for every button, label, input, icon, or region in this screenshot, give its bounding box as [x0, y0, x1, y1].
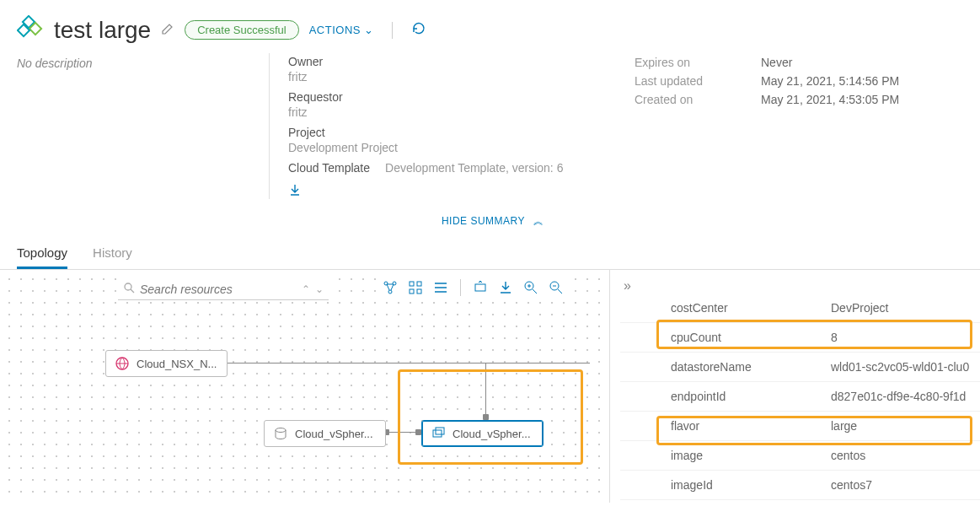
- property-row[interactable]: costCenterDevProject: [620, 294, 980, 323]
- svg-line-4: [131, 289, 134, 293]
- search-input[interactable]: [140, 283, 302, 296]
- separator: [460, 279, 461, 296]
- fit-screen-icon[interactable]: [471, 278, 490, 297]
- connector: [228, 363, 590, 364]
- property-value: d827e01c-df9e-4c80-9f1d: [831, 390, 980, 403]
- svg-line-21: [558, 289, 562, 294]
- collapse-panel-icon[interactable]: »: [620, 275, 635, 296]
- actions-dropdown[interactable]: ACTIONS ⌄: [309, 24, 374, 36]
- node-cloud-nsx-network[interactable]: Cloud_NSX_N...: [105, 350, 228, 377]
- hide-summary-toggle[interactable]: HIDE SUMMARY ︽: [0, 207, 980, 239]
- canvas-toolbar: [379, 277, 567, 299]
- cloud-template-value: Development Template, version: 6: [385, 161, 563, 175]
- property-key: flavor: [671, 419, 831, 433]
- property-value: large: [831, 419, 980, 433]
- property-row[interactable]: flavorlarge: [620, 412, 980, 441]
- property-value: wld01-sc2vc05-wld01-clu0: [831, 360, 980, 374]
- vm-icon: [431, 426, 446, 441]
- node-port[interactable]: [415, 429, 421, 435]
- search-resources-bar[interactable]: ⌃ ⌄: [118, 278, 329, 300]
- highlight-vm: [398, 369, 583, 465]
- property-row[interactable]: datastoreNamewld01-sc2vc05-wld01-clu0: [620, 353, 980, 382]
- expires-value: Never: [761, 56, 792, 69]
- property-row[interactable]: endpointIdd827e01c-df9e-4c80-9f1d: [620, 382, 980, 412]
- zoom-in-icon[interactable]: [522, 278, 540, 297]
- node-label: Cloud_vSpher...: [295, 428, 373, 440]
- cloud-template-label: Cloud Template: [288, 161, 370, 175]
- svg-rect-8: [410, 282, 414, 286]
- node-label: Cloud_NSX_N...: [137, 358, 217, 370]
- property-key: datastoreName: [671, 360, 831, 374]
- project-value: Development Project: [288, 141, 635, 154]
- search-icon: [123, 282, 135, 296]
- svg-rect-11: [417, 289, 421, 294]
- property-value: 8: [831, 331, 980, 344]
- search-prev-icon[interactable]: ⌃: [302, 283, 310, 295]
- edit-icon[interactable]: [161, 22, 174, 38]
- svg-point-3: [125, 283, 131, 290]
- property-row[interactable]: imageIdcentos7: [620, 471, 980, 500]
- refresh-icon[interactable]: [411, 21, 426, 39]
- requestor-value: fritz: [288, 105, 635, 119]
- property-row[interactable]: cpuCount8: [620, 323, 980, 353]
- property-key: costCenter: [671, 301, 831, 315]
- node-port[interactable]: [483, 414, 489, 420]
- updated-value: May 21, 2021, 5:14:56 PM: [761, 74, 899, 88]
- tab-topology[interactable]: Topology: [17, 239, 67, 269]
- page-title: test large: [54, 17, 151, 44]
- chevron-up-icon: ︽: [533, 215, 544, 227]
- download-icon[interactable]: [288, 183, 302, 199]
- property-value: DevProject: [831, 301, 980, 315]
- property-key: cpuCount: [671, 331, 831, 344]
- search-next-icon[interactable]: ⌄: [315, 283, 324, 295]
- expires-label: Expires on: [635, 56, 761, 69]
- svg-line-17: [533, 289, 537, 294]
- status-badge: Create Successful: [185, 20, 299, 40]
- property-key: imageId: [671, 478, 831, 492]
- svg-rect-25: [433, 430, 442, 437]
- owner-label: Owner: [288, 55, 635, 68]
- separator: [392, 22, 393, 39]
- property-row[interactable]: imagecentos: [620, 441, 980, 471]
- graph-view-icon[interactable]: [381, 278, 399, 297]
- property-value: centos: [831, 449, 980, 462]
- node-label: Cloud_vSpher...: [453, 428, 531, 440]
- created-label: Created on: [635, 93, 761, 106]
- svg-rect-26: [436, 428, 444, 434]
- node-cloud-vsphere-disk[interactable]: Cloud_vSpher...: [264, 420, 386, 447]
- requestor-label: Requestor: [288, 90, 635, 104]
- deployment-icon: [17, 15, 44, 45]
- description-text: No description: [17, 53, 270, 199]
- connector: [485, 364, 486, 420]
- chevron-down-icon: ⌄: [364, 24, 374, 36]
- download-canvas-icon[interactable]: [496, 278, 515, 297]
- property-key: image: [671, 449, 831, 462]
- svg-point-24: [276, 428, 286, 433]
- topology-canvas[interactable]: ⌃ ⌄ Cloud_NSX_N... Cloud_vSphe: [0, 270, 609, 503]
- actions-label: ACTIONS: [309, 24, 361, 36]
- updated-label: Last updated: [635, 74, 761, 88]
- node-cloud-vsphere-machine[interactable]: Cloud_vSpher...: [421, 420, 544, 447]
- disk-icon: [273, 426, 288, 441]
- tab-history[interactable]: History: [93, 239, 132, 269]
- properties-panel: » costCenterDevProjectcpuCount8datastore…: [609, 270, 980, 503]
- grid-view-icon[interactable]: [406, 278, 425, 297]
- list-view-icon[interactable]: [431, 278, 450, 297]
- zoom-out-icon[interactable]: [547, 278, 565, 297]
- created-value: May 21, 2021, 4:53:05 PM: [761, 93, 899, 106]
- owner-value: fritz: [288, 70, 635, 83]
- svg-rect-9: [417, 282, 421, 286]
- hide-summary-label: HIDE SUMMARY: [442, 215, 525, 227]
- property-value: centos7: [831, 478, 980, 492]
- svg-point-7: [388, 290, 392, 294]
- svg-rect-15: [475, 284, 485, 291]
- project-label: Project: [288, 126, 635, 139]
- svg-rect-10: [410, 289, 414, 294]
- property-key: endpointId: [671, 390, 831, 403]
- network-icon: [115, 356, 130, 371]
